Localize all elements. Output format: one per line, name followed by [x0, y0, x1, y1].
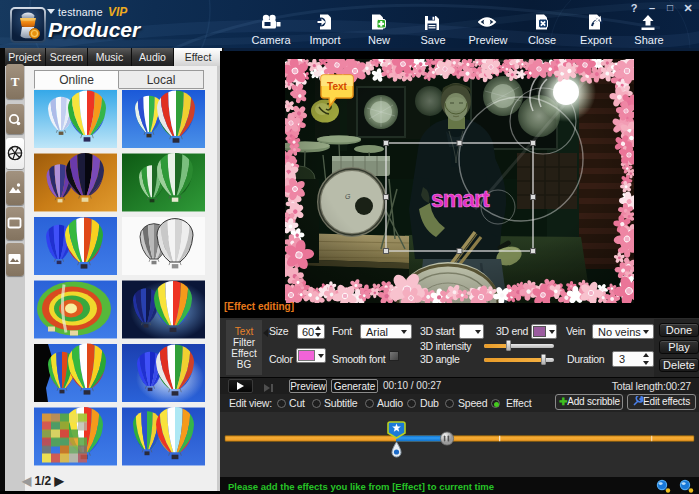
svg-text:Text: Text — [327, 81, 347, 92]
svg-text:T: T — [11, 74, 20, 89]
svg-text:smart: smart — [431, 186, 490, 212]
